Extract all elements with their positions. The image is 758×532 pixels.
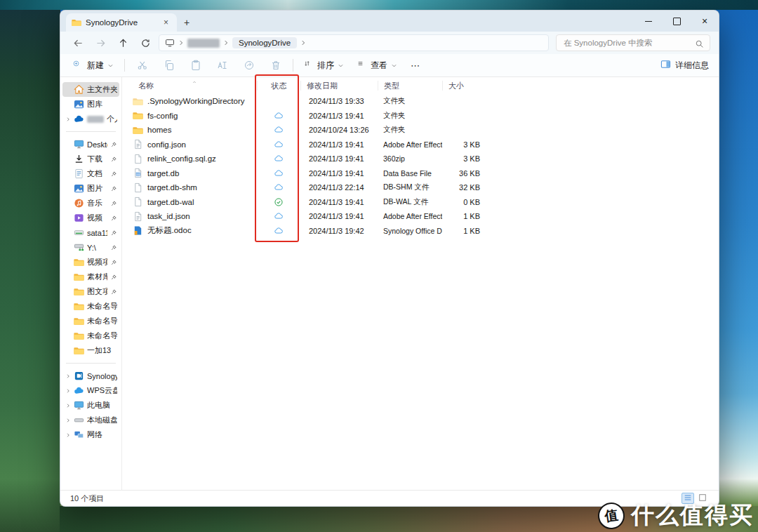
maximize-button[interactable] (663, 11, 691, 32)
sort-button[interactable]: 排序 (301, 58, 347, 74)
breadcrumb[interactable]: SynologyDrive (159, 34, 549, 51)
chevron-right-icon[interactable] (65, 432, 71, 438)
cut-button[interactable] (133, 58, 152, 73)
file-row[interactable]: relink_config.sql.gz2024/11/3 19:41360zi… (122, 152, 719, 166)
paste-button[interactable] (186, 58, 205, 73)
cloud-status-icon (274, 182, 284, 192)
new-tab-button[interactable]: + (177, 13, 197, 32)
file-name-cell: relink_config.sql.gz (132, 154, 257, 164)
file-row[interactable]: fs-config2024/11/3 19:41文件夹 (122, 109, 719, 124)
file-row[interactable]: config.json2024/11/3 19:41Adobe After Ef… (122, 138, 719, 152)
watermark-text: 什么值得买 (631, 500, 754, 531)
chevron-down-icon (107, 62, 114, 69)
tab-title: SynologyDrive (86, 18, 138, 27)
sidebar-item-desktop[interactable]: Desktop (62, 137, 119, 152)
file-row[interactable]: .SynologyWorkingDirectory2024/11/3 19:33… (122, 94, 719, 109)
sidebar-item-wps-cloud[interactable]: WPS云盘 (62, 383, 119, 398)
tab-close-icon[interactable]: × (161, 18, 171, 27)
up-button[interactable] (114, 34, 132, 51)
column-header-date[interactable]: 修改日期 (300, 81, 378, 91)
close-button[interactable]: × (691, 11, 719, 32)
sidebar-item-folder-assets[interactable]: 素材库 (62, 270, 119, 284)
sidebar-item-videos[interactable]: 视频 (62, 211, 119, 225)
gallery-icon (74, 99, 84, 109)
column-header-size[interactable]: 大小 (442, 81, 484, 91)
share-button[interactable] (239, 58, 258, 73)
search-input[interactable] (562, 38, 695, 48)
sidebar-item-this-pc[interactable]: 此电脑 (62, 398, 119, 413)
sidebar-item-local-disk-i[interactable]: 本地磁盘 (I:) (62, 413, 119, 427)
sidebar-item-music[interactable]: 音乐 (62, 196, 119, 211)
sidebar-item-folder-unnamed-export-2[interactable]: 未命名导出 (62, 314, 119, 328)
sidebar-item-synology-drive[interactable]: Synology Driv (62, 368, 119, 383)
sidebar-item-folder-unnamed-export-3[interactable]: 未命名导出 (62, 328, 119, 343)
minimize-button[interactable] (634, 11, 663, 32)
forward-button[interactable] (91, 34, 109, 51)
sidebar-item-folder-article-projects[interactable]: 图文项目 (62, 284, 119, 299)
sidebar-item-network[interactable]: 网络 (62, 427, 119, 442)
file-row[interactable]: task_id.json2024/11/3 19:41Adobe After E… (122, 209, 719, 224)
sidebar-item-label: Synology Driv (87, 372, 117, 380)
sort-button-label: 排序 (317, 60, 334, 72)
chevron-spacer (65, 260, 71, 265)
sidebar-item-label: 素材库 (87, 272, 107, 282)
chevron-right-icon[interactable] (65, 373, 71, 379)
view-button[interactable]: 查看 (354, 58, 400, 74)
pin-icon (110, 171, 117, 178)
chevron-right-icon[interactable] (65, 117, 71, 122)
copy-button[interactable] (159, 58, 178, 73)
column-header-status[interactable]: 状态 (257, 81, 300, 91)
more-options-button[interactable]: ⋯ (408, 60, 423, 71)
item-count: 10 个项目 (70, 493, 104, 504)
sidebar-item-folder-unnamed-export-1[interactable]: 未命名导出 (62, 299, 119, 314)
file-size: 0 KB (442, 198, 484, 206)
file-size: 36 KB (442, 169, 484, 178)
chevron-right-icon[interactable] (65, 388, 71, 394)
sidebar-item-folder-oneplus13[interactable]: 一加13 (62, 343, 119, 358)
rename-button[interactable] (213, 58, 232, 73)
file-row[interactable]: target.db-wal2024/11/3 19:41DB-WAL 文件0 K… (122, 195, 719, 210)
file-row[interactable]: target.db2024/11/3 19:41Data Base File36… (122, 166, 719, 181)
sidebar-item-pictures[interactable]: 图片 (62, 181, 119, 196)
back-button[interactable] (69, 34, 87, 51)
home-icon (74, 84, 84, 95)
sidebar-item-label: Y:\ (87, 244, 107, 252)
sidebar-item-home-folder[interactable]: 主文件夹 (62, 82, 119, 97)
sidebar-item-onedrive-personal[interactable]: 个人 (62, 112, 119, 126)
new-button[interactable]: 新建 (70, 58, 117, 74)
chevron-spacer (65, 230, 71, 236)
tab-synologydrive[interactable]: SynologyDrive × (66, 13, 177, 32)
this-pc-icon (165, 38, 175, 48)
delete-button[interactable] (266, 58, 285, 73)
sidebar-item-label: WPS云盘 (87, 385, 117, 396)
sidebar-item-folder-video-projects[interactable]: 视频项目 (62, 255, 119, 270)
chevron-right-icon[interactable] (65, 403, 71, 408)
file-type: DB-WAL 文件 (378, 197, 442, 207)
details-pane-button[interactable]: 详细信息 (660, 59, 709, 72)
pin-icon (110, 185, 117, 192)
chevron-right-icon (222, 39, 230, 46)
doc-icon (133, 154, 143, 164)
sidebar-item-drive-y[interactable]: Y:\ (62, 240, 119, 255)
doc-icon (133, 182, 143, 193)
sidebar-item-documents[interactable]: 文档 (62, 166, 119, 181)
file-row[interactable]: target.db-shm2024/11/3 22:14DB-SHM 文件32 … (122, 180, 719, 195)
file-row[interactable]: 无标题.odoc2024/11/3 19:42Synology Office D… (122, 224, 719, 239)
breadcrumb-blurred-segment[interactable] (187, 39, 220, 48)
file-status-cell (257, 211, 300, 221)
file-status-cell (257, 168, 300, 178)
column-header-type[interactable]: 类型 (378, 81, 442, 91)
file-type: 文件夹 (378, 125, 442, 135)
window-controls: × (634, 11, 719, 32)
chevron-right-icon[interactable] (65, 418, 71, 423)
refresh-button[interactable] (136, 34, 154, 51)
breadcrumb-current-folder[interactable]: SynologyDrive (232, 37, 297, 48)
sidebar-item-downloads[interactable]: 下载 (62, 152, 119, 166)
sidebar-item-label: 图片 (87, 183, 107, 194)
file-row[interactable]: homes2024/10/24 13:26文件夹 (122, 123, 719, 138)
command-toolbar: 新建 排序 查看 ⋯ 详细信息 (60, 54, 719, 77)
sidebar-item-gallery[interactable]: 图库 (62, 97, 119, 112)
pin-icon (110, 274, 117, 281)
sidebar-item-drive-sata11-182[interactable]: sata11-182 (62, 225, 119, 240)
sidebar-divider (66, 363, 116, 364)
